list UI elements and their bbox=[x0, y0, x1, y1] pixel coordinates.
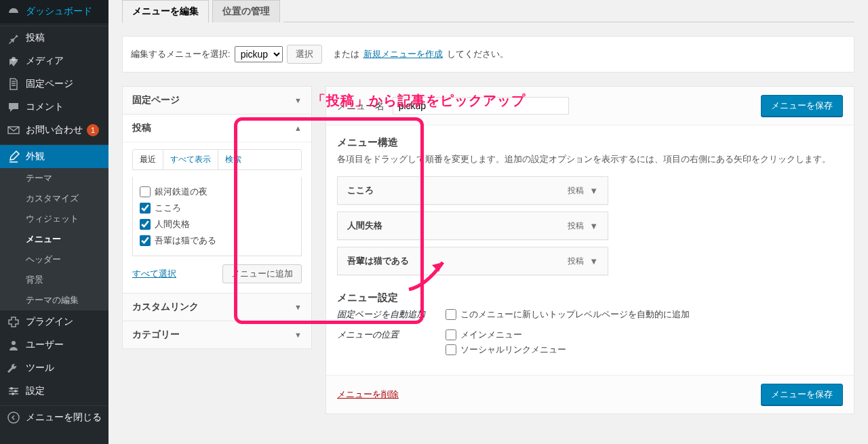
menu-structure-item[interactable]: こころ 投稿 ▼ bbox=[337, 176, 608, 205]
accordion-title: 固定ページ bbox=[132, 94, 180, 106]
menu-structure-item[interactable]: 人間失格 投稿 ▼ bbox=[337, 211, 608, 240]
comment-icon bbox=[7, 100, 20, 114]
tab-edit-menus[interactable]: メニューを編集 bbox=[122, 0, 209, 23]
location-checkbox[interactable] bbox=[446, 329, 456, 340]
sidebar-item-comments[interactable]: コメント bbox=[0, 96, 108, 119]
sidebar-collapse[interactable]: メニューを閉じる bbox=[0, 406, 108, 429]
subtab-search[interactable]: 検索 bbox=[218, 150, 248, 169]
post-label: 銀河鉄道の夜 bbox=[155, 186, 208, 198]
svg-point-2 bbox=[10, 387, 13, 390]
add-to-menu-button[interactable]: メニューに追加 bbox=[222, 264, 302, 283]
caret-up-icon: ▲ bbox=[294, 124, 302, 132]
delete-menu-link[interactable]: メニューを削除 bbox=[337, 388, 399, 401]
caret-down-icon[interactable]: ▼ bbox=[589, 221, 598, 231]
accordion-title: カスタムリンク bbox=[132, 301, 199, 313]
submenu-menus[interactable]: メニュー bbox=[0, 229, 108, 249]
sidebar-item-settings[interactable]: 設定 bbox=[0, 380, 108, 403]
sliders-icon bbox=[7, 384, 20, 398]
selector-label: 編集するメニューを選択: bbox=[131, 48, 231, 60]
sidebar-label: ダッシュボード bbox=[26, 5, 92, 18]
post-subtabs: 最近 すべて表示 検索 bbox=[132, 149, 302, 170]
nav-tabs: メニューを編集 位置の管理 bbox=[122, 0, 854, 22]
post-item[interactable]: 吾輩は猫である bbox=[140, 233, 294, 249]
accordion-categories[interactable]: カテゴリー▼ bbox=[123, 321, 311, 348]
create-menu-link[interactable]: 新規メニューを作成 bbox=[363, 48, 443, 60]
accordion-posts[interactable]: 投稿▲ bbox=[123, 115, 311, 142]
menu-structure-item[interactable]: 吾輩は猫である 投稿 ▼ bbox=[337, 247, 608, 275]
subtab-all[interactable]: すべて表示 bbox=[163, 150, 218, 169]
location-option[interactable]: ソーシャルリンクメニュー bbox=[446, 344, 566, 356]
sidebar-label: メニューを閉じる bbox=[26, 411, 102, 424]
caret-down-icon: ▼ bbox=[294, 331, 302, 339]
subtab-recent[interactable]: 最近 bbox=[133, 150, 163, 170]
select-all-link[interactable]: すべて選択 bbox=[132, 268, 176, 280]
post-label: 吾輩は猫である bbox=[155, 235, 216, 247]
sidebar-item-appearance[interactable]: 外観 bbox=[0, 145, 108, 168]
accordion-title: 投稿 bbox=[132, 122, 151, 134]
location-checkbox[interactable] bbox=[446, 344, 456, 355]
sidebar-item-media[interactable]: メディア bbox=[0, 49, 108, 73]
submenu-widgets[interactable]: ウィジェット bbox=[0, 209, 108, 229]
accordion-title: カテゴリー bbox=[132, 329, 180, 341]
svg-point-3 bbox=[14, 390, 17, 392]
auto-add-checkbox[interactable] bbox=[446, 309, 456, 320]
plugin-icon bbox=[7, 315, 20, 329]
save-menu-button-bottom[interactable]: メニューを保存 bbox=[761, 384, 843, 405]
svg-point-5 bbox=[8, 412, 19, 423]
submenu-header[interactable]: ヘッダー bbox=[0, 249, 108, 270]
menu-select[interactable]: pickup bbox=[235, 46, 283, 62]
sidebar-label: メディア bbox=[26, 55, 64, 67]
sidebar-label: 固定ページ bbox=[26, 78, 73, 90]
sidebar-item-dashboard[interactable]: ダッシュボード bbox=[0, 0, 108, 23]
sidebar-label: ツール bbox=[26, 362, 54, 374]
post-item[interactable]: こころ bbox=[140, 200, 294, 216]
post-checkbox[interactable] bbox=[140, 235, 151, 246]
caret-down-icon[interactable]: ▼ bbox=[589, 186, 598, 196]
sidebar-label: プラグイン bbox=[26, 316, 73, 328]
accordion-custom-links[interactable]: カスタムリンク▼ bbox=[123, 294, 311, 321]
sidebar-item-plugins[interactable]: プラグイン bbox=[0, 310, 108, 334]
sidebar-item-users[interactable]: ユーザー bbox=[0, 334, 108, 357]
media-icon bbox=[7, 54, 20, 68]
menu-item-title: 人間失格 bbox=[347, 220, 568, 232]
location-option[interactable]: メインメニュー bbox=[446, 329, 566, 341]
accordion-pages[interactable]: 固定ページ▼ bbox=[123, 87, 311, 114]
sidebar-label: 設定 bbox=[26, 385, 45, 397]
submenu-background[interactable]: 背景 bbox=[0, 270, 108, 290]
save-menu-button-top[interactable]: メニューを保存 bbox=[761, 95, 843, 117]
sidebar-item-pages[interactable]: 固定ページ bbox=[0, 73, 108, 96]
menu-name-input[interactable] bbox=[393, 97, 569, 115]
submenu-themes[interactable]: テーマ bbox=[0, 168, 108, 188]
svg-point-4 bbox=[12, 392, 14, 395]
caret-down-icon[interactable]: ▼ bbox=[589, 256, 598, 266]
post-label: こころ bbox=[155, 202, 181, 214]
option-label: このメニューに新しいトップレベルページを自動的に追加 bbox=[460, 308, 690, 321]
sidebar-item-tools[interactable]: ツール bbox=[0, 357, 108, 380]
post-item[interactable]: 人間失格 bbox=[140, 216, 294, 233]
menu-item-type: 投稿 bbox=[568, 185, 584, 197]
option-label: ソーシャルリンクメニュー bbox=[460, 344, 566, 356]
sidebar-label: コメント bbox=[26, 101, 64, 113]
envelope-icon bbox=[7, 123, 20, 137]
page-icon bbox=[7, 77, 20, 91]
post-checkbox[interactable] bbox=[140, 219, 151, 230]
post-item[interactable]: 銀河鉄道の夜 bbox=[140, 184, 294, 200]
tab-manage-locations[interactable]: 位置の管理 bbox=[212, 0, 280, 22]
metabox-column: 固定ページ▼ 投稿▲ 最近 すべて表示 検索 銀河鉄道の夜 こころ 人間失格 吾… bbox=[122, 86, 312, 349]
menu-item-title: 吾輩は猫である bbox=[347, 255, 568, 267]
setting-auto-add-label: 固定ページを自動追加 bbox=[337, 308, 432, 321]
post-list: 銀河鉄道の夜 こころ 人間失格 吾輩は猫である bbox=[132, 177, 302, 256]
submenu-customize[interactable]: カスタマイズ bbox=[0, 188, 108, 209]
post-checkbox[interactable] bbox=[140, 203, 151, 214]
selector-suffix: してください。 bbox=[447, 48, 509, 60]
setting-auto-add-option[interactable]: このメニューに新しいトップレベルページを自動的に追加 bbox=[446, 308, 690, 321]
post-checkbox[interactable] bbox=[140, 186, 151, 197]
setting-location-label: メニューの位置 bbox=[337, 329, 432, 341]
sidebar-item-posts[interactable]: 投稿 bbox=[0, 26, 108, 49]
menu-edit-panel: メニュー名 メニューを保存 メニュー構造 各項目をドラッグして順番を変更します。… bbox=[326, 86, 854, 414]
sidebar-item-contact[interactable]: お問い合わせ1 bbox=[0, 119, 108, 142]
menu-item-type: 投稿 bbox=[568, 220, 584, 232]
submenu-editor[interactable]: テーマの編集 bbox=[0, 290, 108, 310]
sidebar-label: お問い合わせ bbox=[26, 124, 83, 136]
choose-button[interactable]: 選択 bbox=[287, 45, 322, 64]
